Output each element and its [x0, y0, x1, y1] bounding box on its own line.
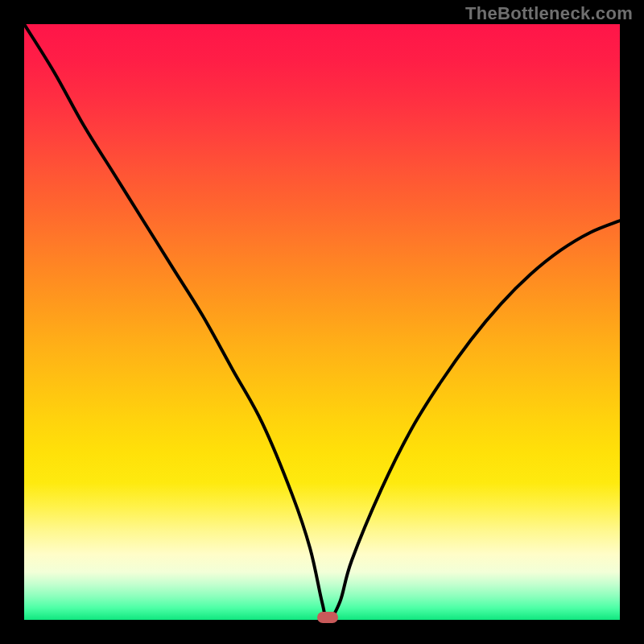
bottleneck-curve — [24, 24, 620, 620]
chart-frame: TheBottleneck.com — [0, 0, 644, 644]
watermark-text: TheBottleneck.com — [465, 3, 633, 24]
plot-area — [24, 24, 620, 620]
minimum-marker — [317, 612, 338, 623]
